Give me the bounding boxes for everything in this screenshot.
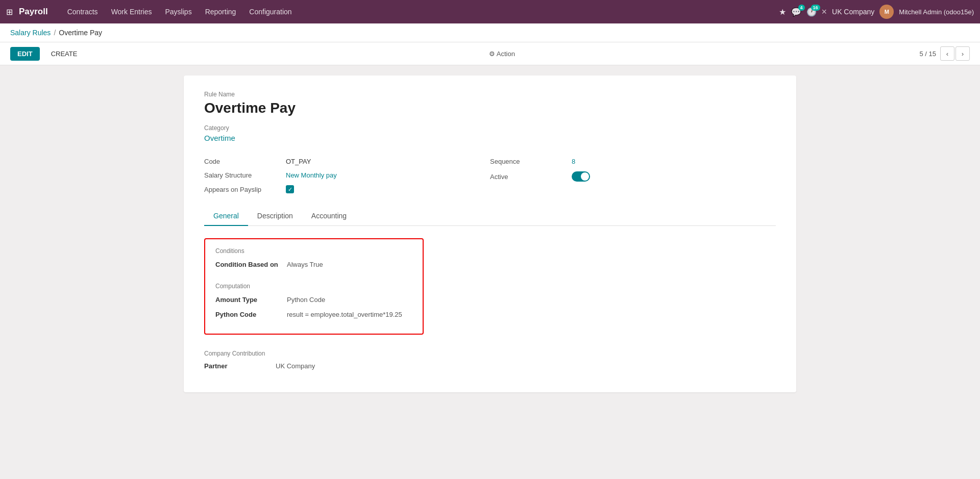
user-avatar[interactable]: M	[879, 5, 894, 19]
breadcrumb-separator: /	[54, 29, 56, 37]
salary-structure-label: Salary Structure	[204, 171, 286, 179]
category-label: Category	[204, 124, 776, 132]
company-contribution-label: Company Contribution	[204, 350, 776, 357]
salary-structure-value[interactable]: New Monthly pay	[286, 171, 337, 179]
menu-payslips[interactable]: Payslips	[159, 5, 198, 19]
sequence-row: Sequence 8	[490, 155, 776, 168]
tab-accounting[interactable]: Accounting	[302, 207, 356, 226]
action-bar: EDIT CREATE ⚙ Action 5 / 15 ‹ ›	[0, 42, 980, 65]
activity-badge: 16	[811, 5, 820, 11]
company-contribution-section: Company Contribution Partner UK Company	[204, 350, 776, 370]
toggle-on-icon[interactable]	[572, 171, 590, 182]
topnav-right: ★ 💬 4 🕐 16 × UK Company M Mitchell Admin…	[779, 5, 974, 19]
condition-based-on-value: Always True	[287, 261, 323, 268]
computation-section-label: Computation	[215, 283, 412, 290]
condition-based-on-label: Condition Based on	[215, 261, 287, 268]
active-label: Active	[490, 173, 572, 181]
code-value: OT_PAY	[286, 158, 311, 165]
python-code-label: Python Code	[215, 311, 287, 318]
python-code-value: result = employee.total_overtime*19.25	[287, 311, 402, 318]
brand-name[interactable]: Payroll	[19, 7, 48, 17]
code-row: Code OT_PAY	[204, 155, 490, 168]
tab-general[interactable]: General	[204, 207, 248, 226]
category-value[interactable]: Overtime	[204, 134, 776, 142]
breadcrumb: Salary Rules / Overtime Pay	[0, 23, 980, 42]
amount-type-row: Amount Type Python Code	[215, 296, 412, 304]
menu-configuration[interactable]: Configuration	[243, 5, 298, 19]
checkbox-checked-icon[interactable]: ✓	[286, 185, 294, 193]
create-button[interactable]: CREATE	[44, 47, 85, 61]
messages-badge: 4	[798, 5, 805, 11]
sequence-label: Sequence	[490, 158, 572, 165]
code-label: Code	[204, 158, 286, 165]
conditions-box: Conditions Condition Based on Always Tru…	[204, 238, 424, 335]
prev-page-button[interactable]: ‹	[940, 46, 954, 61]
main-menu: Contracts Work Entries Payslips Reportin…	[61, 5, 776, 19]
amount-type-label: Amount Type	[215, 296, 287, 304]
appears-on-payslip-row: Appears on Payslip ✓	[204, 182, 490, 196]
rule-name-value: Overtime Pay	[204, 100, 776, 116]
close-icon[interactable]: ×	[822, 7, 827, 17]
user-name[interactable]: Mitchell Admin (odoo15e)	[899, 8, 974, 16]
tab-content-general: Conditions Condition Based on Always Tru…	[204, 238, 776, 370]
main-content: Rule Name Overtime Pay Category Overtime…	[0, 65, 980, 402]
salary-structure-row: Salary Structure New Monthly pay	[204, 168, 490, 182]
sequence-value: 8	[572, 158, 575, 165]
menu-contracts[interactable]: Contracts	[61, 5, 104, 19]
company-name[interactable]: UK Company	[832, 8, 874, 16]
active-row: Active	[490, 168, 776, 185]
pagination-info: 5 / 15	[919, 50, 936, 58]
rule-name-label: Rule Name	[204, 91, 776, 98]
condition-based-on-row: Condition Based on Always True	[215, 261, 412, 268]
appears-on-payslip-label: Appears on Payslip	[204, 186, 286, 193]
appears-on-payslip-checkbox[interactable]: ✓	[286, 185, 294, 193]
star-icon[interactable]: ★	[779, 7, 786, 17]
form-grid: Code OT_PAY Salary Structure New Monthly…	[204, 155, 776, 196]
pagination-arrows: ‹ ›	[940, 46, 970, 61]
active-toggle[interactable]	[572, 171, 590, 182]
toggle-knob	[581, 172, 589, 181]
breadcrumb-current: Overtime Pay	[59, 29, 102, 37]
next-page-button[interactable]: ›	[955, 46, 970, 61]
messages-icon[interactable]: 💬 4	[791, 7, 801, 17]
partner-row: Partner UK Company	[204, 362, 776, 370]
activity-icon[interactable]: 🕐 16	[806, 7, 817, 17]
python-code-row: Python Code result = employee.total_over…	[215, 311, 412, 318]
amount-type-value: Python Code	[287, 296, 325, 304]
partner-value[interactable]: UK Company	[276, 362, 315, 370]
edit-button[interactable]: EDIT	[10, 47, 40, 61]
breadcrumb-parent[interactable]: Salary Rules	[10, 29, 51, 37]
menu-work-entries[interactable]: Work Entries	[105, 5, 158, 19]
action-button[interactable]: ⚙ Action	[489, 50, 515, 58]
grid-icon[interactable]: ⊞	[6, 7, 13, 17]
form-card: Rule Name Overtime Pay Category Overtime…	[184, 75, 796, 392]
tab-description[interactable]: Description	[248, 207, 302, 226]
menu-reporting[interactable]: Reporting	[199, 5, 242, 19]
top-navigation: ⊞ Payroll Contracts Work Entries Payslip…	[0, 0, 980, 23]
partner-label: Partner	[204, 362, 276, 370]
tabs-container: General Description Accounting	[204, 207, 776, 226]
conditions-section-label: Conditions	[215, 247, 412, 255]
